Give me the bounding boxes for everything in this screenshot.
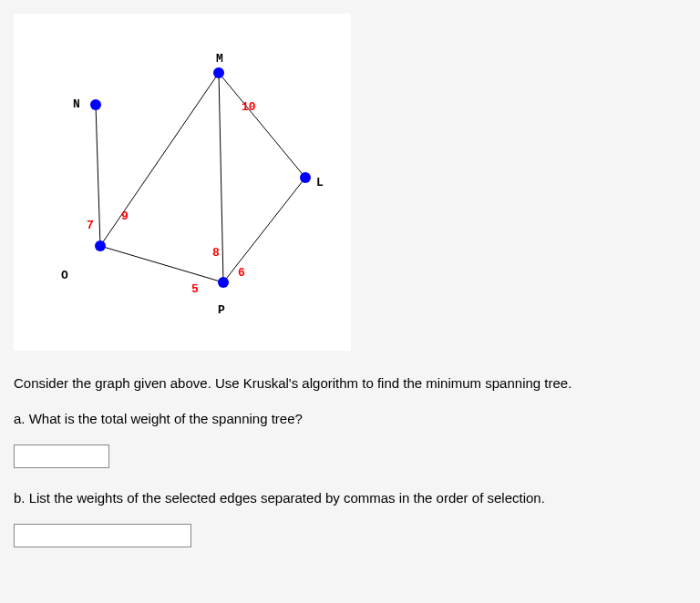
node-label-p: P <box>218 303 225 317</box>
edge-weight-5: 5 <box>191 282 199 296</box>
graph-figure: N M L O P 10 9 7 8 6 5 <box>14 14 351 351</box>
answer-input-a[interactable] <box>14 445 109 468</box>
answer-input-b[interactable] <box>14 524 191 547</box>
node-label-n: N <box>73 97 80 111</box>
edge-p-l <box>223 178 305 282</box>
edge-o-p <box>100 246 223 282</box>
question-intro: Consider the graph given above. Use Krus… <box>14 373 686 393</box>
edge-n-o <box>96 105 100 246</box>
edge-weight-9: 9 <box>121 210 129 223</box>
question-part-b: b. List the weights of the selected edge… <box>14 488 686 507</box>
graph-edges-svg <box>14 14 351 351</box>
node-label-m: M <box>216 52 223 66</box>
edge-weight-7: 7 <box>87 219 94 232</box>
node-label-o: O <box>61 269 68 282</box>
node-p <box>218 277 229 288</box>
node-o <box>95 240 106 251</box>
edge-weight-6: 6 <box>238 266 245 280</box>
node-m <box>213 67 224 78</box>
edge-o-m <box>100 73 219 246</box>
question-part-a: a. What is the total weight of the spann… <box>14 409 686 428</box>
edge-m-l <box>219 73 305 178</box>
node-n <box>90 99 101 110</box>
node-l <box>300 172 311 183</box>
node-label-l: L <box>316 176 324 189</box>
edge-weight-8: 8 <box>212 246 220 260</box>
edge-weight-10: 10 <box>242 100 256 114</box>
